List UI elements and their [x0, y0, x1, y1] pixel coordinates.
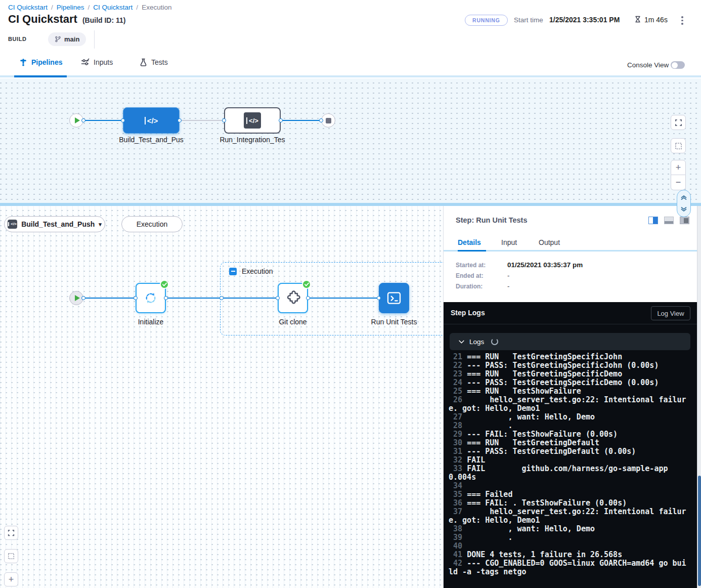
console-view-toggle[interactable] [671, 61, 685, 69]
step-node-initialize[interactable] [136, 283, 166, 313]
code-icon: </> [145, 117, 158, 124]
step-logs-header: Step Logs Log View [444, 302, 701, 324]
node-port [377, 296, 381, 300]
stage-label: Build_Test_and_Pus [113, 136, 190, 144]
log-line: 24 --- PASS: TestGreetingSpecificDemo (0… [449, 379, 686, 387]
tab-details[interactable]: Details [458, 238, 481, 246]
success-check-icon [160, 280, 169, 289]
connector [281, 120, 321, 121]
log-line: 25 === RUN TestShowFailure [449, 387, 686, 396]
connector [308, 298, 379, 299]
breadcrumb-link-project[interactable]: CI Quickstart [8, 4, 48, 11]
logs-collapse-bar[interactable]: Logs [450, 333, 690, 350]
tab-inputs-label: Inputs [94, 58, 113, 66]
header-divider [94, 30, 95, 49]
stage-selector-label: Build_Test_and_Push [21, 220, 95, 228]
double-chevron-down-icon [680, 206, 687, 213]
layout-split-right-icon[interactable] [648, 217, 658, 224]
fullscreen-button[interactable] [4, 526, 18, 540]
branch-name: main [64, 35, 79, 43]
connector [180, 120, 224, 121]
log-line: 21 === RUN TestGreetingSpecificJohn [449, 353, 686, 361]
layout-bottom-icon[interactable] [664, 217, 674, 224]
log-line: 41 DONE 4 tests, 1 failure in 26.568s [449, 551, 686, 559]
panel-tab-active-indicator [458, 250, 486, 251]
log-line: 34 [449, 482, 686, 490]
step-node-git-clone[interactable] [278, 283, 308, 313]
connector [83, 120, 123, 121]
log-line: 27 , want: Hello, Demo [449, 413, 686, 422]
step-panel-title: Step: Run Unit Tests [456, 216, 528, 224]
build-label: BUILD [8, 36, 27, 42]
harness-execution-page: CI Quickstart/Pipelines/CI Quickstart/Ex… [0, 0, 701, 588]
console-view-label: Console View [627, 61, 669, 69]
panel-scrollbar-thumb[interactable] [698, 476, 701, 586]
zoom-in-button[interactable]: + [671, 160, 686, 175]
selection-tool-button[interactable] [671, 138, 686, 153]
tab-tests[interactable]: Tests [140, 58, 168, 66]
node-port [220, 296, 224, 300]
chevron-down-icon [459, 340, 464, 344]
start-time-value: 1/25/2021 3:35:01 PM [549, 16, 620, 24]
pipeline-canvas[interactable]: </> </> Build_Test_and_Pus Run_Integrati… [0, 78, 701, 203]
stage-node-build-test-and-push[interactable]: </> [123, 107, 180, 134]
execution-view-label: Execution [137, 220, 167, 228]
step-logs-title: Step Logs [451, 309, 485, 317]
execution-view-button[interactable]: Execution [121, 216, 183, 232]
pipeline-end-icon [321, 113, 335, 128]
git-branch-icon [55, 36, 61, 43]
node-port [134, 296, 138, 300]
execution-tab-bar: Pipelines Inputs Tests Console View [0, 51, 701, 77]
layout-right-collapsed-icon[interactable] [680, 217, 689, 224]
collapse-group-icon[interactable] [229, 268, 237, 275]
tab-pipelines-label: Pipelines [31, 58, 62, 66]
selection-tool-button[interactable] [4, 549, 18, 563]
ended-at-value: - [507, 272, 510, 279]
fullscreen-button[interactable] [671, 115, 686, 130]
breadcrumb-separator: / [51, 4, 53, 11]
zoom-out-button[interactable]: − [671, 175, 686, 190]
flask-icon [140, 58, 147, 66]
started-at-label: Started at: [456, 262, 486, 269]
panel-scrollbar-track [697, 206, 701, 588]
tab-output[interactable]: Output [539, 238, 560, 246]
log-line: 32 FAIL [449, 456, 686, 465]
tabbar-baseline [0, 75, 701, 77]
node-port [164, 296, 168, 300]
log-line: 35 === Failed [449, 490, 686, 499]
sync-icon [143, 290, 158, 306]
breadcrumb-link-pipelines[interactable]: Pipelines [57, 4, 84, 11]
status-badge: RUNNING [465, 15, 508, 26]
stage-node-run-integration-test[interactable]: </> [224, 107, 281, 134]
zoom-in-button[interactable]: + [4, 572, 18, 586]
tab-pipelines[interactable]: Pipelines [19, 58, 62, 66]
node-port [121, 118, 125, 122]
page-title: CI Quickstart [8, 13, 77, 26]
tab-input[interactable]: Input [501, 238, 517, 246]
double-chevron-up-icon [680, 194, 687, 201]
code-icon: </> [244, 112, 261, 129]
overflow-menu-icon[interactable] [679, 14, 685, 27]
duration-label: Duration: [456, 283, 483, 290]
logs-section-label: Logs [469, 338, 484, 346]
success-check-icon [302, 280, 311, 289]
node-port [81, 118, 85, 122]
log-line: 26 hello_server_test.go:22: Intentional … [449, 396, 686, 413]
log-line: 36 === FAIL: . TestShowFailure (0.00s) [449, 499, 686, 508]
canvas-collapse-control[interactable] [677, 190, 691, 217]
chevron-down-icon: ▾ [99, 221, 102, 228]
stage-selector-dropdown[interactable]: </> Build_Test_and_Push ▾ [4, 216, 105, 232]
log-view-button[interactable]: Log View [651, 306, 690, 320]
log-line: 28 . [449, 422, 686, 430]
breadcrumb: CI Quickstart/Pipelines/CI Quickstart/Ex… [8, 3, 171, 12]
log-line: 30 === RUN TestGreetingDefault [449, 439, 686, 447]
step-node-run-unit-tests[interactable] [379, 283, 409, 313]
breadcrumb-separator: / [136, 4, 138, 11]
puzzle-icon [285, 290, 301, 306]
tab-inputs[interactable]: Inputs [81, 58, 113, 66]
log-line: 33 FAIL github.com/harness/go-sample-app… [449, 465, 686, 482]
log-lines: 21 === RUN TestGreetingSpecificJohn 22 -… [444, 352, 691, 580]
breadcrumb-separator: / [88, 4, 90, 11]
node-port [178, 118, 182, 122]
breadcrumb-link-pipeline[interactable]: CI Quickstart [93, 4, 133, 11]
